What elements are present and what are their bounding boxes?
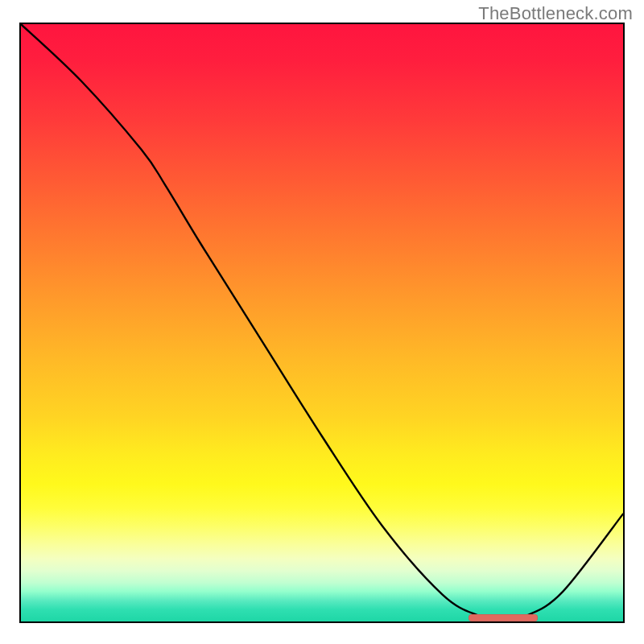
- plot-frame: [19, 23, 625, 623]
- watermark-text: TheBottleneck.com: [478, 3, 633, 24]
- bottleneck-curve: [21, 24, 623, 621]
- chart-stage: TheBottleneck.com: [0, 0, 644, 644]
- optimal-range-marker: [469, 614, 538, 621]
